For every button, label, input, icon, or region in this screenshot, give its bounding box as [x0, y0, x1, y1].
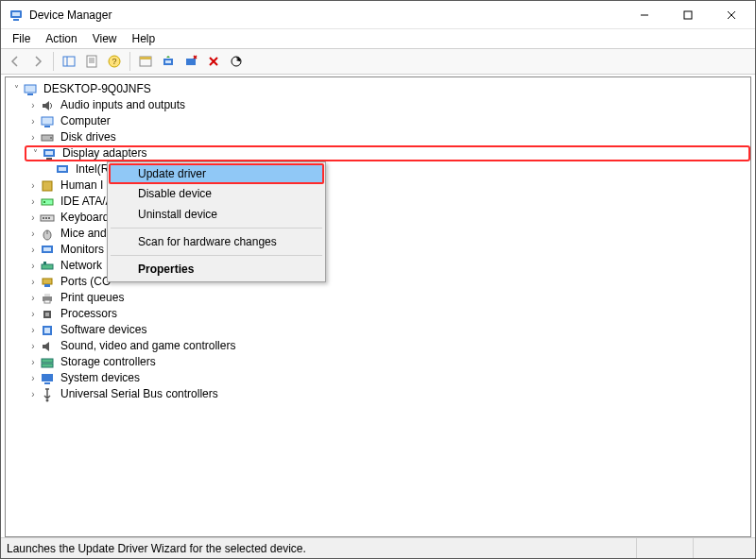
tree-category-display-adapters[interactable]: ˅ Display adapters [25, 145, 750, 161]
svg-rect-46 [44, 284, 50, 287]
expand-icon[interactable]: › [26, 210, 40, 226]
svg-rect-53 [44, 328, 50, 333]
tree-label: Ports (CO [59, 274, 112, 290]
expand-icon[interactable]: › [26, 386, 40, 402]
svg-rect-54 [42, 359, 53, 363]
show-hide-tree-button[interactable] [59, 51, 79, 72]
tree-category[interactable]: › Processors [6, 306, 750, 322]
close-button[interactable] [710, 1, 753, 29]
svg-rect-9 [87, 56, 96, 67]
ctx-disable-device[interactable]: Disable device [110, 183, 323, 204]
tree-label: Storage controllers [59, 354, 158, 370]
processor-icon [40, 307, 55, 322]
expand-icon[interactable]: › [26, 194, 40, 210]
svg-rect-55 [42, 364, 53, 367]
menu-file[interactable]: File [5, 30, 38, 47]
tree-label: System devices [59, 370, 142, 386]
expand-icon[interactable]: › [26, 113, 40, 129]
expand-icon[interactable]: › [26, 290, 40, 306]
expand-icon[interactable]: › [26, 322, 40, 338]
toolbar-icon[interactable] [135, 51, 156, 72]
tree-category[interactable]: › Audio inputs and outputs [6, 97, 750, 113]
tree-label: Keyboard [59, 210, 111, 226]
svg-rect-56 [42, 374, 53, 381]
network-icon [40, 259, 55, 274]
menu-view[interactable]: View [85, 30, 125, 47]
update-driver-button[interactable] [158, 51, 179, 72]
expand-icon[interactable]: › [26, 306, 40, 322]
tree-label: Print queues [59, 290, 126, 306]
printer-icon [40, 291, 55, 306]
minimize-button[interactable] [623, 1, 666, 29]
tree-category[interactable]: › Software devices [6, 322, 750, 338]
collapse-icon[interactable]: ˅ [9, 81, 23, 97]
ide-icon [40, 195, 55, 210]
disable-button[interactable] [180, 51, 201, 72]
maximize-button[interactable] [666, 1, 710, 29]
expand-icon[interactable]: › [26, 354, 40, 370]
back-button[interactable] [5, 51, 26, 72]
sound-icon [40, 339, 55, 354]
tree-category[interactable]: › Universal Serial Bus controllers [6, 386, 750, 402]
tree-category[interactable]: › Storage controllers [6, 354, 750, 370]
tree-category[interactable]: › System devices [6, 370, 750, 386]
tree-label: Human I [59, 178, 105, 194]
expand-icon[interactable]: › [26, 338, 40, 354]
ctx-uninstall-device[interactable]: Uninstall device [110, 204, 323, 225]
expand-icon[interactable]: › [26, 242, 40, 258]
menubar: File Action View Help [1, 29, 755, 48]
computer-icon [23, 82, 38, 97]
svg-rect-34 [43, 201, 45, 203]
svg-rect-45 [43, 279, 52, 284]
tree-category[interactable]: › Print queues [6, 290, 750, 306]
expand-icon[interactable]: › [26, 226, 40, 242]
status-cell [693, 538, 749, 558]
ctx-scan-hardware[interactable]: Scan for hardware changes [110, 231, 323, 252]
svg-rect-31 [59, 167, 66, 171]
expand-icon[interactable]: › [26, 274, 40, 290]
ctx-update-driver[interactable]: Update driver [109, 163, 324, 184]
expand-icon[interactable]: › [26, 178, 40, 194]
forward-button[interactable] [27, 51, 48, 72]
system-icon [40, 371, 55, 386]
tree-label: Disk drives [59, 129, 118, 145]
collapse-icon[interactable]: ˅ [28, 145, 42, 161]
svg-point-26 [50, 137, 52, 139]
ports-icon [40, 275, 55, 290]
svg-rect-43 [42, 264, 53, 269]
svg-rect-28 [45, 151, 53, 155]
tree-label: Display adapters [60, 145, 148, 161]
window-title: Device Manager [29, 8, 623, 22]
context-menu: Update driver Disable device Uninstall d… [107, 161, 326, 282]
computer-icon [40, 114, 55, 129]
svg-point-58 [46, 398, 49, 401]
tree-category[interactable]: › Sound, video and game controllers [6, 338, 750, 354]
tree-label: Intel(R [74, 161, 111, 178]
svg-rect-18 [165, 60, 171, 63]
svg-rect-1 [12, 12, 20, 16]
expand-icon[interactable]: › [26, 97, 40, 113]
expand-icon[interactable]: › [26, 129, 40, 145]
tree-root[interactable]: ˅ DESKTOP-9Q0JNFS [6, 81, 750, 97]
svg-rect-44 [43, 262, 46, 264]
toolbar-separator [129, 52, 130, 71]
tree-category[interactable]: › Computer [6, 113, 750, 129]
software-icon [40, 323, 55, 338]
menu-action[interactable]: Action [38, 30, 84, 47]
device-tree[interactable]: ˅ DESKTOP-9Q0JNFS › Audio inputs and out… [5, 76, 751, 537]
expand-icon[interactable]: › [26, 370, 40, 386]
svg-rect-33 [42, 199, 53, 205]
svg-rect-24 [44, 126, 50, 127]
scan-hardware-button[interactable] [226, 51, 247, 72]
tree-label: Network [59, 258, 104, 274]
menu-help[interactable]: Help [125, 30, 163, 47]
help-button[interactable]: ? [104, 51, 125, 72]
tree-category[interactable]: › Disk drives [6, 129, 750, 145]
display-adapter-icon [55, 162, 70, 178]
ctx-properties[interactable]: Properties [110, 259, 323, 280]
hid-icon [40, 178, 55, 194]
uninstall-button[interactable] [203, 51, 224, 72]
properties-button[interactable] [81, 51, 102, 72]
svg-rect-22 [27, 93, 33, 95]
expand-icon[interactable]: › [26, 258, 40, 274]
